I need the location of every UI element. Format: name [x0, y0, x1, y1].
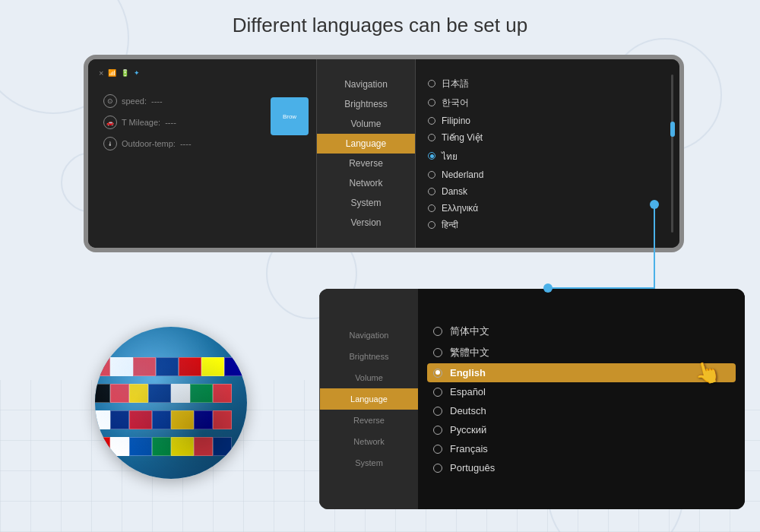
menu-reverse[interactable]: Reverse — [317, 154, 415, 173]
lang-label-danish: Dansk — [442, 186, 467, 197]
bottom-menu-system[interactable]: System — [320, 452, 418, 473]
bottom-menu-navigation[interactable]: Navigation — [320, 325, 418, 346]
speed-label: speed: — [122, 97, 147, 106]
bottom-menu-language[interactable]: Language — [320, 388, 418, 410]
bottom-device: Navigation Brightness Volume Language Re… — [319, 289, 745, 509]
lang-item-spanish[interactable]: Español — [430, 382, 733, 401]
globe-area — [76, 304, 266, 502]
lang-item-french[interactable]: Français — [430, 439, 733, 458]
lang-item-simplified-chinese[interactable]: 简体中文 — [430, 321, 733, 342]
globe — [95, 327, 247, 479]
lang-label-portuguese: Português — [450, 462, 495, 473]
lang-item-russian[interactable]: Русский — [430, 420, 733, 439]
connector-dot-top — [650, 200, 659, 209]
lang-item-portuguese[interactable]: Português — [430, 458, 733, 477]
lang-item-vietnamese[interactable]: Tiếng Việt — [425, 129, 670, 146]
lang-label-dutch: Nederland — [442, 169, 483, 180]
lang-label-greek: Ελληνικά — [442, 203, 478, 214]
lang-item-english[interactable]: English 👆 — [427, 363, 736, 382]
top-device-menu: Navigation Brightness Volume Language Re… — [316, 59, 415, 248]
lang-radio-english — [433, 369, 442, 378]
scrollbar-thumb-top[interactable] — [670, 122, 675, 137]
lang-label-german: Deutsch — [450, 405, 486, 416]
lang-label-traditional-chinese: 繁體中文 — [450, 346, 489, 359]
mileage-label: T Mileage: — [122, 118, 160, 127]
lang-label-hindi: हिन्दी — [442, 220, 458, 230]
temp-label: Outdoor-temp: — [122, 139, 176, 148]
top-language-list: 日本語 한국어 Filipino Tiếng Việt ไทย Nederlan… — [415, 59, 679, 248]
lang-item-traditional-chinese[interactable]: 繁體中文 — [430, 342, 733, 363]
bottom-device-menu: Navigation Brightness Volume Language Re… — [319, 289, 418, 509]
menu-version[interactable]: Version — [317, 213, 415, 233]
wifi-icon: 📶 — [108, 69, 116, 77]
lang-item-japanese[interactable]: 日本語 — [425, 74, 670, 93]
bluetooth-icon: ✦ — [134, 69, 140, 77]
lang-radio-russian — [433, 426, 442, 435]
lang-radio-german — [433, 407, 442, 416]
lang-item-filipino[interactable]: Filipino — [425, 112, 670, 129]
lang-radio-portuguese — [433, 464, 442, 473]
lang-item-thai[interactable]: ไทย — [425, 146, 670, 166]
lang-radio-french — [433, 445, 442, 454]
connector-dot-bottom — [543, 283, 553, 293]
temp-row: 🌡 Outdoor-temp: ---- — [103, 137, 309, 150]
close-icon: × — [99, 68, 103, 78]
bottom-section: Navigation Brightness Volume Language Re… — [0, 289, 760, 532]
lang-item-korean[interactable]: 한국어 — [425, 93, 670, 112]
bottom-menu-volume[interactable]: Volume — [320, 367, 418, 388]
lang-radio-thai — [428, 152, 435, 160]
page-title: Different languages can be set up — [0, 14, 760, 37]
lang-item-hindi[interactable]: हिन्दी — [425, 217, 670, 233]
browser-thumbnail: Brow — [271, 97, 309, 135]
lang-label-thai: ไทย — [442, 149, 458, 163]
lang-label-russian: Русский — [450, 424, 486, 435]
lang-label-japanese: 日本語 — [442, 78, 469, 90]
lang-radio-danish — [428, 188, 435, 195]
menu-brightness[interactable]: Brightness — [317, 94, 415, 114]
menu-network[interactable]: Network — [317, 173, 415, 193]
connector-line-horizontal — [547, 287, 655, 289]
device-left-panel: × 📶 🔋 ✦ ⊙ speed: ---- 🚗 T Mileage: ---- … — [88, 59, 316, 248]
lang-radio-dutch — [428, 171, 435, 179]
scrollbar-top[interactable] — [671, 74, 673, 233]
status-bar: × 📶 🔋 ✦ — [96, 67, 309, 79]
lang-radio-japanese — [428, 80, 435, 87]
lang-radio-filipino — [428, 117, 435, 125]
lang-radio-greek — [428, 204, 435, 212]
lang-label-spanish: Español — [450, 386, 486, 397]
speed-icon: ⊙ — [103, 94, 117, 108]
speed-value: ---- — [151, 97, 163, 106]
menu-system[interactable]: System — [317, 193, 415, 213]
bottom-language-list: 简体中文 繁體中文 English 👆 Español Deutsch — [418, 289, 745, 509]
lang-label-french: Français — [450, 443, 488, 454]
lang-item-dutch[interactable]: Nederland — [425, 166, 670, 183]
lang-radio-vietnamese — [428, 134, 435, 141]
temp-icon: 🌡 — [103, 137, 117, 150]
connector-line-vertical — [654, 204, 655, 287]
mileage-value: ---- — [165, 118, 176, 127]
lang-radio-simplified-chinese — [433, 327, 442, 336]
lang-radio-hindi — [428, 221, 435, 229]
lang-radio-traditional-chinese — [433, 348, 442, 357]
menu-navigation[interactable]: Navigation — [317, 74, 415, 94]
lang-label-english: English — [450, 367, 486, 378]
lang-radio-spanish — [433, 388, 442, 397]
top-device: × 📶 🔋 ✦ ⊙ speed: ---- 🚗 T Mileage: ---- … — [84, 55, 684, 252]
lang-label-filipino: Filipino — [442, 116, 470, 126]
lang-label-korean: 한국어 — [442, 97, 469, 109]
bottom-menu-network[interactable]: Network — [320, 431, 418, 452]
bottom-menu-reverse[interactable]: Reverse — [320, 410, 418, 431]
lang-item-danish[interactable]: Dansk — [425, 183, 670, 200]
bottom-menu-brightness[interactable]: Brightness — [320, 346, 418, 367]
temp-value: ---- — [180, 139, 192, 148]
mileage-icon: 🚗 — [103, 116, 117, 129]
lang-radio-korean — [428, 99, 435, 106]
lang-label-vietnamese: Tiếng Việt — [442, 132, 483, 143]
lang-item-german[interactable]: Deutsch — [430, 401, 733, 420]
menu-language[interactable]: Language — [317, 134, 415, 154]
lang-item-greek[interactable]: Ελληνικά — [425, 200, 670, 217]
menu-volume[interactable]: Volume — [317, 114, 415, 134]
battery-icon: 🔋 — [121, 69, 129, 77]
lang-label-simplified-chinese: 简体中文 — [450, 325, 489, 338]
